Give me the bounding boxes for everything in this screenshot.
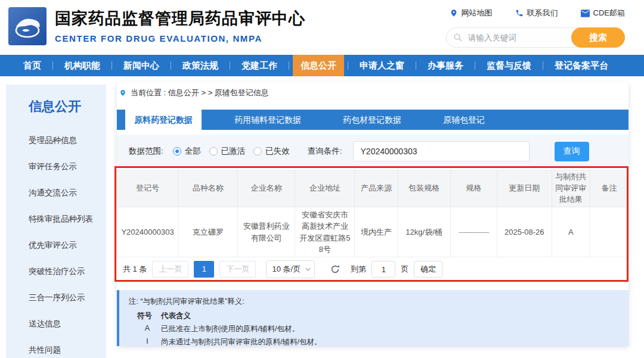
col-joint-review-result: 与制剂共同审评审批结果 [552, 170, 590, 207]
col-spec: 规格 [450, 170, 497, 207]
site-subtitle: CENTER FOR DRUG EVALUATION, NMPA [55, 33, 305, 43]
nav-separator [230, 61, 230, 70]
radio-option-activated[interactable]: 已激活 [209, 146, 246, 157]
site-map-link[interactable]: 网站地图 [450, 8, 493, 18]
note-meaning-i: 尚未通过与制剂共同审评审批的原料/辅料/包材。 [161, 337, 321, 347]
next-page-button[interactable]: 下一页 [219, 261, 256, 278]
pagination: 共 1 条 上一页 1 下一页 10 条/页 到第 页 确定 [123, 257, 442, 281]
page-number-1[interactable]: 1 [194, 261, 214, 278]
col-package-spec: 包装规格 [398, 170, 450, 207]
page-size-value: 10 条/页 [272, 264, 301, 275]
nav-separator [416, 61, 416, 70]
table-row: Y20240000303 克立硼罗 安徽普利药业有限公司 安徽省安庆市高新技术产… [117, 207, 628, 257]
sidebar-item-accepted-varieties[interactable]: 受理品种信息 [29, 127, 106, 154]
legend-note-panel: 注: “与制剂共同审评审批结果”释义: 符号 代表含义 A 已批准在上市制剂使用… [117, 290, 628, 346]
prev-page-button[interactable]: 上一页 [152, 261, 188, 278]
tab-packaging-registration-data[interactable]: 药包材登记数据 [334, 110, 410, 130]
tab-bar: 原料药登记数据 药用辅料登记数据 药包材登记数据 原辅包登记 [117, 110, 628, 130]
breadcrumb: 当前位置 : 信息公开 > > 原辅包登记信息 [119, 88, 269, 98]
radio-option-all[interactable]: 全部 [173, 146, 201, 157]
search-button[interactable]: 搜索 [571, 27, 625, 48]
sidebar-item-review-tasks[interactable]: 审评任务公示 [29, 154, 106, 180]
site-title: 国家药品监督管理局药品审评中心 [55, 8, 305, 29]
nav-item-applicant-window[interactable]: 申请人之窗 [352, 55, 412, 76]
radio-expired-label: 已失效 [265, 146, 290, 157]
sidebar-item-special-approval[interactable]: 特殊审批品种列表 [29, 206, 106, 232]
nav-item-news[interactable]: 新闻中心 [116, 55, 167, 76]
col-company-name: 企业名称 [238, 170, 295, 207]
goto-page-input[interactable] [371, 261, 395, 278]
tab-apief-registration[interactable]: 原辅包登记 [434, 110, 494, 130]
cell-remark [590, 207, 628, 257]
breadcrumb-text[interactable]: 当前位置 : 信息公开 > > 原辅包登记信息 [131, 88, 269, 98]
sidebar: 信息公开 受理品种信息 审评任务公示 沟通交流公示 特殊审批品种列表 优先审评公… [6, 85, 106, 358]
sidebar-item-communication[interactable]: 沟通交流公示 [29, 180, 106, 206]
nav-item-services[interactable]: 办事服务 [420, 55, 471, 76]
radio-all-icon[interactable] [173, 147, 181, 155]
tab-api-registration-data[interactable]: 原料药登记数据 [125, 110, 202, 130]
nav-item-functions[interactable]: 机构职能 [57, 55, 108, 76]
sidebar-item-priority-review[interactable]: 优先审评公示 [29, 232, 106, 259]
nav-separator [475, 61, 475, 70]
sidebar-item-three-in-one[interactable]: 三合一序列公示 [29, 285, 106, 311]
radio-activated-label: 已激活 [221, 146, 246, 157]
mail-icon [581, 10, 590, 17]
note-meaning-a: 已批准在上市制剂使用的原料/辅料/包材。 [161, 324, 299, 334]
col-variety-name: 品种名称 [178, 170, 238, 207]
goto-page-suffix: 页 [401, 264, 408, 275]
cell-company-name: 安徽普利药业有限公司 [238, 207, 295, 257]
contact-us-label: 联系我们 [527, 8, 558, 18]
cde-mail-link[interactable]: CDE邮箱 [581, 8, 625, 18]
nav-item-home[interactable]: 首页 [16, 55, 49, 76]
site-title-block: 国家药品监督管理局药品审评中心 CENTER FOR DRUG EVALUATI… [55, 8, 305, 43]
note-symbol-a: A [137, 324, 157, 334]
cell-update-date: 2025-08-26 [497, 207, 552, 257]
refresh-button[interactable] [330, 264, 340, 275]
confirm-button[interactable]: 确定 [414, 261, 442, 278]
nav-separator [289, 61, 289, 70]
site-map-label: 网站地图 [462, 8, 493, 18]
nav-item-info-disclosure[interactable]: 信息公开 [293, 55, 344, 76]
radio-activated-icon[interactable] [209, 147, 218, 155]
note-row-a: A 已批准在上市制剂使用的原料/辅料/包材。 [129, 324, 628, 334]
nav-item-policies[interactable]: 政策法规 [175, 55, 226, 76]
page-size-select[interactable]: 10 条/页 [266, 260, 315, 278]
goto-page-prefix: 到第 [351, 264, 366, 275]
main-content: 当前位置 : 信息公开 > > 原辅包登记信息 原料药登记数据 药用辅料登记数据… [117, 82, 628, 345]
radio-option-expired[interactable]: 已失效 [253, 146, 290, 157]
sidebar-item-delivery-info[interactable]: 送达信息 [29, 311, 106, 337]
cell-variety-name: 克立硼罗 [178, 207, 238, 257]
note-symbol-i: I [137, 337, 157, 347]
note-header-row: 符号 代表含义 [129, 311, 628, 321]
sidebar-title: 信息公开 [29, 98, 106, 116]
contact-us-link[interactable]: 联系我们 [515, 8, 558, 18]
radio-expired-icon[interactable] [253, 147, 262, 155]
table-header-row: 登记号 品种名称 企业名称 企业地址 产品来源 包装规格 规格 更新日期 与制剂… [117, 170, 628, 207]
nav-item-party-building[interactable]: 党建工作 [234, 55, 285, 76]
chevron-down-icon [305, 266, 311, 271]
breadcrumb-pin-icon [119, 89, 126, 96]
query-condition-input[interactable] [353, 141, 530, 161]
nav-separator [543, 61, 543, 70]
tab-excipient-registration-data[interactable]: 药用辅料登记数据 [225, 110, 310, 130]
cell-product-source: 境内生产 [355, 207, 398, 257]
query-button[interactable]: 查询 [555, 142, 589, 161]
nav-item-supervision-feedback[interactable]: 监督与反馈 [479, 55, 539, 76]
col-remark: 备注 [590, 170, 628, 207]
nav-separator [52, 61, 53, 70]
nav-item-registration-platform[interactable]: 登记备案平台 [547, 55, 616, 76]
col-update-date: 更新日期 [497, 170, 552, 207]
header-quick-links: 网站地图 联系我们 CDE邮箱 [450, 8, 625, 18]
sidebar-item-common-issues[interactable]: 共性问题 [29, 337, 106, 358]
nav-separator [348, 61, 348, 70]
cde-logo[interactable] [8, 7, 47, 45]
col-product-source: 产品来源 [355, 170, 398, 207]
phone-icon [515, 9, 524, 17]
sidebar-item-breakthrough-therapy[interactable]: 突破性治疗公示 [29, 259, 106, 285]
data-scope-label: 数据范围: [129, 146, 163, 157]
cell-package-spec: 12kg/袋/桶 [398, 207, 450, 257]
cell-joint-review-result: A [552, 207, 590, 257]
main-nav: 首页 机构职能 新闻中心 政策法规 党建工作 信息公开 申请人之窗 办事服务 监… [0, 55, 644, 76]
cell-spec: ————— [450, 207, 497, 257]
radio-all-label: 全部 [185, 146, 201, 157]
